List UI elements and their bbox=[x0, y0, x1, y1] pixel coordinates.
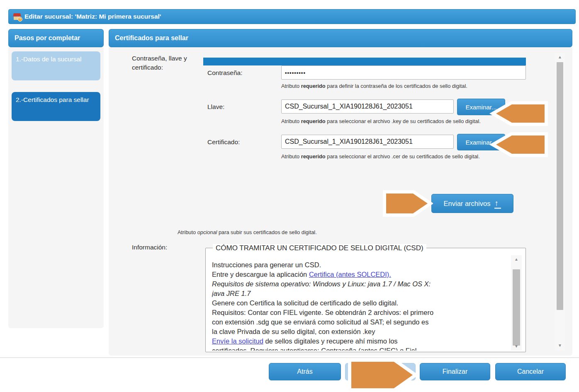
help-required: requerido bbox=[301, 83, 326, 89]
send-files-label: Enviar archivos bbox=[444, 200, 491, 208]
window-title: Editar sucursal: 'Matriz: Mi primera suc… bbox=[24, 13, 161, 20]
key-browse-button[interactable]: Examinar... bbox=[457, 99, 505, 115]
info-label: Información: bbox=[132, 244, 167, 251]
info-link[interactable]: Envíe la solicitud bbox=[212, 337, 263, 345]
info-text: Genere con Certifica la solicitud de cer… bbox=[212, 299, 398, 307]
info-line: Instrucciones para generar un CSD. bbox=[212, 260, 498, 270]
scroll-up-icon[interactable]: ▲ bbox=[511, 256, 522, 263]
key-help: Atributo requerido para seleccionar el a… bbox=[281, 117, 489, 126]
back-button[interactable]: Atrás bbox=[269, 363, 341, 380]
footer-divider bbox=[0, 357, 579, 358]
info-line: certificados. Requiere autenticarse: Con… bbox=[212, 346, 498, 351]
info-line: Requisitos: Contar con FIEL vigente. Se … bbox=[212, 308, 498, 317]
key-file-input[interactable] bbox=[281, 99, 454, 114]
help-text: para seleccionar el archivo .key de su c… bbox=[326, 118, 481, 124]
scroll-down-icon[interactable]: ▼ bbox=[511, 343, 522, 350]
cert-label: Certificado: bbox=[207, 138, 240, 146]
scroll-up-icon[interactable]: ▲ bbox=[555, 54, 565, 60]
help-text: Atributo bbox=[281, 83, 301, 89]
form-group-label: Contraseña, llave y certificado: bbox=[132, 54, 200, 72]
next-button[interactable]: Siguiente bbox=[345, 363, 416, 380]
password-help: Atributo requerido para definir la contr… bbox=[281, 82, 467, 91]
info-line: con extensión .sdg que se enviará como s… bbox=[212, 317, 498, 327]
help-optional: opcional bbox=[197, 229, 217, 235]
edit-branch-window: + Editar sucursal: 'Matriz: Mi primera s… bbox=[0, 0, 579, 392]
help-required: requerido bbox=[301, 118, 326, 124]
main-panel-header: Certificados para sellar bbox=[109, 29, 572, 47]
window-titlebar: + Editar sucursal: 'Matriz: Mi primera s… bbox=[8, 9, 576, 24]
info-text: con extensión .sdg que se enviará como s… bbox=[212, 318, 429, 326]
info-text: java JRE 1.7 bbox=[212, 290, 251, 297]
sidebar-body bbox=[8, 47, 104, 328]
info-text: la clave Privada de su sello digital, co… bbox=[212, 328, 375, 335]
help-text: Atributo bbox=[281, 153, 301, 160]
info-line: Genere con Certifica la solicitud de cer… bbox=[212, 298, 498, 308]
help-text: para seleccionar el archivo .cer de su c… bbox=[326, 153, 480, 160]
info-text: Entre y descargue la aplicación bbox=[212, 271, 309, 278]
info-scrollbar[interactable]: ▲ ▼ bbox=[511, 255, 522, 351]
info-link[interactable]: Certifica (antes SOLCEDI). bbox=[309, 271, 391, 278]
key-label: Llave: bbox=[207, 103, 224, 111]
upload-arrow-icon: ↑ bbox=[494, 200, 501, 207]
send-files-button[interactable]: Enviar archivos ↑ bbox=[431, 194, 513, 213]
info-line: Envíe la solicitud de sellos digitales y… bbox=[212, 336, 498, 346]
cancel-button[interactable]: Cancelar bbox=[495, 363, 566, 380]
sidebar-step-certificados[interactable]: 2.-Certificados para sellar bbox=[12, 92, 100, 121]
store-icon: + bbox=[13, 13, 21, 20]
finish-button[interactable]: Finalizar bbox=[420, 363, 490, 380]
cert-file-input[interactable] bbox=[281, 135, 454, 149]
main-scrollbar[interactable]: ▲ ▼ bbox=[555, 53, 565, 351]
cert-help: Atributo requerido para seleccionar el a… bbox=[281, 152, 489, 161]
help-required: requerido bbox=[301, 153, 326, 160]
password-input[interactable] bbox=[281, 65, 526, 80]
info-line: Entre y descargue la aplicación Certific… bbox=[212, 270, 498, 279]
password-label: Contraseña: bbox=[207, 69, 242, 77]
info-text: Requisitos: Contar con FIEL vigente. Se … bbox=[212, 309, 433, 316]
cert-browse-button[interactable]: Examinar... bbox=[457, 134, 505, 150]
info-text: Instrucciones para generar un CSD. bbox=[212, 261, 321, 269]
info-scrollbar-thumb[interactable] bbox=[513, 269, 520, 346]
section-bar bbox=[203, 58, 526, 65]
main-scrollbar-thumb[interactable] bbox=[557, 62, 563, 310]
help-text: Atributo bbox=[281, 118, 301, 124]
help-text: Atributo bbox=[178, 229, 197, 235]
help-text: para subir sus certificados de sello dig… bbox=[217, 229, 316, 235]
info-content: Instrucciones para generar un CSD.Entre … bbox=[212, 260, 498, 351]
info-legend: CÓMO TRAMITAR UN CERTIFICADO DE SELLO DI… bbox=[213, 244, 426, 252]
upload-help: Atributo opcional para subir sus certifi… bbox=[178, 228, 317, 237]
info-line: Requisitos de sistema operativo: Windows… bbox=[212, 279, 498, 289]
sidebar-header: Pasos por completar bbox=[8, 29, 104, 47]
scroll-down-icon[interactable]: ▼ bbox=[555, 342, 565, 349]
sidebar-step-datos[interactable]: 1.-Datos de la sucursal bbox=[12, 51, 100, 80]
info-line: la clave Privada de su sello digital, co… bbox=[212, 327, 498, 336]
help-text: para definir la contraseña de los certif… bbox=[326, 83, 467, 89]
info-text: Requisitos de sistema operativo: Windows… bbox=[212, 280, 431, 288]
info-line: java JRE 1.7 bbox=[212, 289, 498, 298]
info-text: certificados. Requiere autenticarse: Con… bbox=[212, 347, 418, 351]
info-text: de sellos digitales y recupere ahí mismo… bbox=[263, 337, 398, 345]
